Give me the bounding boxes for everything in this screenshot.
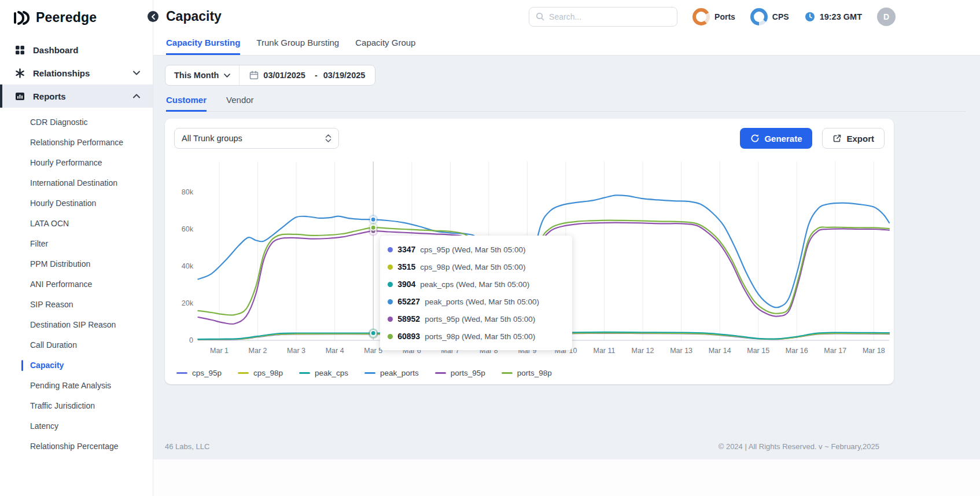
- search-input[interactable]: [549, 12, 670, 21]
- trunk-group-select[interactable]: All Trunk groups: [174, 128, 339, 149]
- tab-capacity-bursting[interactable]: Capacity Bursting: [166, 33, 240, 55]
- subtab-vendor[interactable]: Vendor: [226, 95, 254, 112]
- subtab-customer[interactable]: Customer: [166, 95, 207, 112]
- legend-item-cps_95p[interactable]: cps_95p: [176, 369, 222, 377]
- export-button[interactable]: Export: [822, 128, 885, 149]
- clock-widget: 19:23 GMT: [804, 11, 862, 23]
- tooltip-series-label: cps_98p (Wed, Mar 5th 05:00): [420, 263, 525, 271]
- sidebar-item-dashboard[interactable]: Dashboard: [0, 38, 153, 61]
- series-dot-icon: [388, 247, 393, 252]
- user-avatar[interactable]: D: [877, 8, 896, 26]
- legend-item-ports_95p[interactable]: ports_95p: [435, 369, 485, 377]
- search-box[interactable]: [529, 7, 677, 27]
- legend-item-peak_ports[interactable]: peak_ports: [364, 369, 419, 377]
- header-right-cluster: Ports CPS 19:23 GMT D: [529, 7, 896, 27]
- chart-tooltip: 3347cps_95p (Wed, Mar 5th 05:00)3515cps_…: [380, 236, 572, 350]
- legend-marker-icon: [299, 372, 310, 374]
- sidebar-item-relationship-percentage[interactable]: Relationship Percentage: [0, 436, 153, 457]
- tooltip-value: 3347: [397, 245, 415, 254]
- sidebar-item-filter[interactable]: Filter: [0, 234, 153, 254]
- filter-row: This Month 03/01/2025 - 03/19/2025: [165, 65, 966, 86]
- sidebar-item-latency[interactable]: Latency: [0, 416, 153, 436]
- svg-text:Mar 12: Mar 12: [632, 347, 654, 355]
- main-column: Capacity Ports CPS: [153, 0, 980, 496]
- svg-text:Mar 1: Mar 1: [210, 347, 229, 355]
- app-root: Peeredge Dashboard: [0, 0, 980, 496]
- dashboard-icon: [15, 45, 25, 55]
- generate-button[interactable]: Generate: [740, 128, 812, 149]
- legend-item-cps_98p[interactable]: cps_98p: [238, 369, 283, 377]
- tooltip-value: 3904: [397, 280, 415, 289]
- card-actions: Generate Export: [740, 128, 885, 149]
- sidebar-item-sip-reason[interactable]: SIP Reason: [0, 295, 153, 315]
- chevron-down-icon: [224, 74, 230, 78]
- tooltip-value: 58952: [397, 314, 420, 324]
- card-header: All Trunk groups Generate: [165, 128, 894, 149]
- export-label: Export: [846, 134, 874, 144]
- sidebar-item-ppm-distribution[interactable]: PPM Distribution: [0, 254, 153, 274]
- tooltip-value: 65227: [397, 297, 420, 306]
- chart-legend: cps_95pcps_98ppeak_cpspeak_portsports_95…: [165, 365, 894, 380]
- sidebar-item-lata-ocn[interactable]: LATA OCN: [0, 214, 153, 234]
- tooltip-row-ports_98p: 60893ports_98p (Wed, Mar 5th 05:00): [388, 328, 565, 345]
- ports-gauge[interactable]: Ports: [692, 8, 735, 25]
- sidebar-item-cdr-diagnostic[interactable]: CDR Diagnostic: [0, 112, 153, 133]
- sidebar-item-pending-rate-analysis[interactable]: Pending Rate Analysis: [0, 376, 153, 396]
- clock-icon: [804, 11, 816, 23]
- relationships-icon: [15, 68, 25, 78]
- series-dot-icon: [388, 299, 393, 304]
- sidebar-item-label: Reports: [33, 91, 66, 101]
- footer-company: 46 Labs, LLC: [165, 442, 209, 451]
- legend-marker-icon: [435, 372, 446, 374]
- sidebar-nav: Dashboard Relationships: [0, 38, 153, 459]
- sidebar-item-hourly-destination[interactable]: Hourly Destination: [0, 193, 153, 214]
- chevron-down-icon: [133, 71, 140, 75]
- footer-copyright: © 2024 | All Rights Reserved. v ~ Februa…: [719, 442, 879, 451]
- bottom-whitespace: [153, 459, 980, 496]
- cps-gauge-label: CPS: [772, 12, 789, 21]
- chart-area[interactable]: Mar 1Mar 2Mar 3Mar 4Mar 5Mar 6Mar 7Mar 8…: [174, 157, 891, 365]
- tab-trunk-group-bursting[interactable]: Trunk Group Bursting: [256, 33, 339, 55]
- sidebar-item-relationships[interactable]: Relationships: [0, 61, 153, 84]
- sidebar-item-destination-sip-reason[interactable]: Destination SIP Reason: [0, 315, 153, 335]
- tooltip-row-peak_ports: 65227peak_ports (Wed, Mar 5th 05:00): [388, 293, 565, 310]
- series-dot-icon: [388, 334, 393, 339]
- collapse-sidebar-button[interactable]: [148, 11, 159, 22]
- legend-item-peak_cps[interactable]: peak_cps: [299, 369, 348, 377]
- sidebar-item-traffic-jurisdiction[interactable]: Traffic Jurisdiction: [0, 396, 153, 416]
- svg-text:Mar 18: Mar 18: [863, 347, 885, 355]
- sidebar-item-capacity[interactable]: Capacity: [0, 355, 153, 376]
- period-select[interactable]: This Month: [165, 65, 239, 85]
- ports-gauge-label: Ports: [714, 12, 735, 21]
- brand-logo[interactable]: Peeredge: [0, 0, 153, 34]
- tab-capacity-group[interactable]: Capacity Group: [355, 33, 415, 55]
- legend-marker-icon: [364, 372, 375, 374]
- legend-item-ports_98p[interactable]: ports_98p: [502, 369, 552, 377]
- sidebar-item-reports[interactable]: Reports: [0, 84, 153, 108]
- entity-subtabs: Customer Vendor: [165, 95, 966, 112]
- main-tabbar: Capacity Bursting Trunk Group Bursting C…: [153, 33, 980, 56]
- date-range-picker[interactable]: 03/01/2025 - 03/19/2025: [239, 65, 375, 85]
- svg-text:Mar 13: Mar 13: [670, 347, 692, 355]
- tooltip-row-cps_98p: 3515cps_98p (Wed, Mar 5th 05:00): [388, 258, 565, 275]
- svg-text:40k: 40k: [182, 262, 194, 270]
- sidebar-item-call-duration[interactable]: Call Duration: [0, 335, 153, 355]
- sidebar-item-relationship-performance[interactable]: Relationship Performance: [0, 133, 153, 153]
- period-value: This Month: [174, 71, 219, 80]
- cps-gauge[interactable]: CPS: [750, 8, 789, 25]
- svg-text:Mar 3: Mar 3: [287, 347, 305, 355]
- export-icon: [832, 134, 842, 143]
- sidebar-item-ani-performance[interactable]: ANI Performance: [0, 274, 153, 295]
- date-filter-combo: This Month 03/01/2025 - 03/19/2025: [165, 65, 375, 86]
- legend-label: cps_95p: [192, 369, 222, 377]
- generate-label: Generate: [764, 134, 802, 144]
- sidebar-item-international-destination[interactable]: International Destination: [0, 173, 153, 193]
- tooltip-value: 60893: [397, 332, 420, 341]
- tooltip-series-label: ports_95p (Wed, Mar 5th 05:00): [425, 315, 535, 324]
- tooltip-series-label: ports_98p (Wed, Mar 5th 05:00): [425, 332, 535, 341]
- svg-text:Mar 17: Mar 17: [824, 347, 846, 355]
- sidebar-item-hourly-performance[interactable]: Hourly Performance: [0, 153, 153, 173]
- top-header: Capacity Ports CPS: [153, 0, 980, 33]
- select-updown-icon: [325, 134, 331, 143]
- sidebar-item-label: Dashboard: [33, 45, 78, 55]
